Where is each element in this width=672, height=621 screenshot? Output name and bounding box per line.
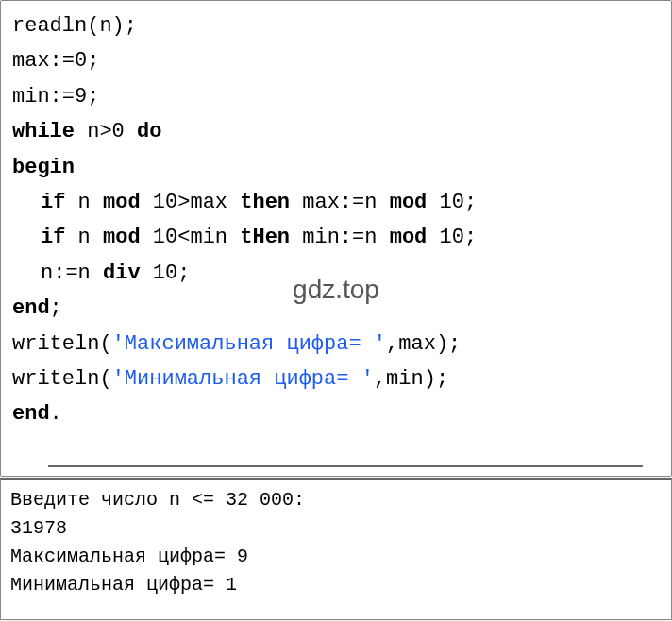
keyword-while: while: [12, 120, 75, 143]
code-text: 10<min: [141, 226, 241, 249]
code-text: readln(n);: [12, 14, 137, 38]
keyword-then: then: [240, 191, 290, 214]
code-line: min:=9;: [12, 79, 660, 114]
keyword-do: do: [137, 120, 161, 143]
code-text: 10;: [427, 226, 477, 249]
code-text: n: [65, 191, 103, 214]
keyword-begin: begin: [12, 156, 75, 179]
code-text: 10;: [141, 261, 191, 285]
keyword-mod: mod: [390, 191, 428, 214]
code-line: if n mod 10>max then max:=n mod 10;: [12, 185, 660, 220]
string-literal: 'Максимальная цифра= ': [112, 332, 386, 356]
code-text: writeln(: [12, 367, 112, 391]
code-text: min:=n: [290, 226, 390, 249]
keyword-mod: mod: [103, 226, 141, 249]
code-text: min:=9;: [12, 85, 99, 109]
keyword-end: end: [12, 296, 50, 320]
code-text: .: [50, 402, 62, 426]
keyword-mod: mod: [390, 226, 428, 249]
output-line: Максимальная цифра= 9: [10, 543, 662, 571]
code-line: while n>0 do: [12, 114, 660, 149]
keyword-div: div: [103, 261, 141, 285]
code-text: n: [65, 226, 103, 249]
code-line: end.: [12, 396, 660, 431]
code-text: writeln(: [12, 332, 112, 356]
code-text: ,max);: [386, 332, 461, 356]
code-line: begin: [12, 150, 660, 185]
code-line: writeln('Минимальная цифра= ',min);: [12, 361, 660, 396]
code-text: n:=n: [41, 261, 103, 285]
keyword-then: tHen: [240, 226, 290, 249]
code-text: 10>max: [141, 191, 241, 214]
keyword-mod: mod: [103, 191, 141, 214]
string-literal: 'Минимальная цифра= ': [112, 367, 374, 391]
output-line: 31978: [10, 514, 662, 543]
code-line: if n mod 10<min tHen min:=n mod 10;: [12, 220, 660, 255]
keyword-end: end: [12, 402, 50, 426]
code-text: 10;: [427, 191, 477, 214]
code-line: max:=0;: [12, 43, 660, 78]
code-line: end;: [12, 291, 660, 326]
code-text: ,min);: [374, 367, 448, 391]
code-line: readln(n);: [12, 8, 660, 43]
keyword-if: if: [41, 191, 65, 214]
horizontal-separator: [48, 465, 643, 467]
code-text: ;: [50, 296, 62, 320]
output-console-panel[interactable]: Введите число n <= 32 000: 31978 Максима…: [0, 478, 672, 620]
code-text: max:=n: [290, 191, 390, 214]
code-editor-panel[interactable]: readln(n); max:=0; min:=9; while n>0 do …: [0, 0, 672, 477]
keyword-if: if: [41, 226, 65, 249]
code-line: writeln('Максимальная цифра= ',max);: [12, 327, 660, 361]
code-text: n>0: [75, 120, 137, 143]
output-line: Введите число n <= 32 000:: [10, 486, 662, 514]
code-line: n:=n div 10;: [12, 256, 660, 291]
output-line: Минимальная цифра= 1: [10, 571, 662, 599]
code-text: max:=0;: [12, 49, 99, 73]
